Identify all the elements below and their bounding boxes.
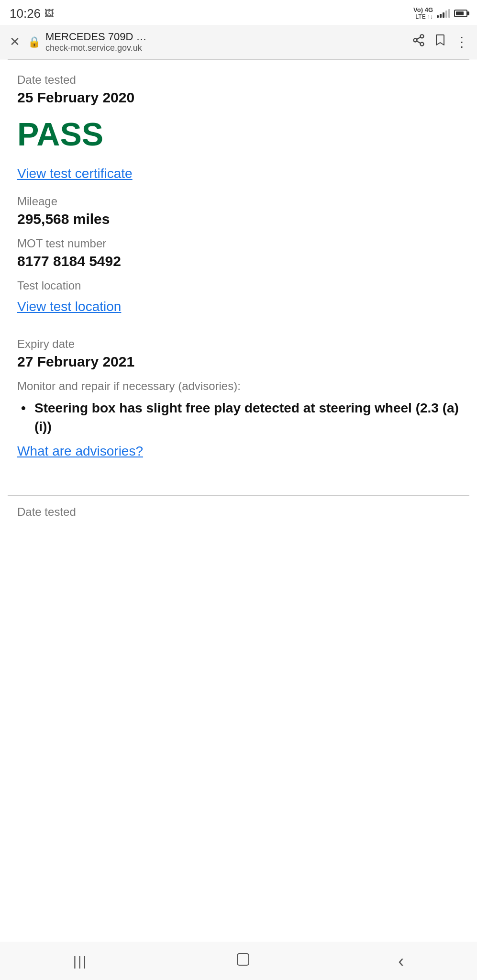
signal-bar-1 [437, 15, 439, 18]
carrier-text: Vo) 4G [413, 7, 433, 13]
date-tested-group: Date tested 25 February 2020 [17, 73, 460, 106]
advisories-group: Monitor and repair if necessary (advisor… [17, 379, 460, 472]
test-location-label: Test location [17, 279, 460, 292]
svg-line-3 [417, 41, 421, 44]
battery-icon [454, 10, 467, 17]
signal-bar-5 [448, 9, 450, 18]
home-button[interactable] [224, 946, 262, 977]
main-content: Date tested 25 February 2020 PASS View t… [0, 60, 477, 495]
bottom-navigation: ||| ‹ [0, 942, 477, 980]
advisories-label: Monitor and repair if necessary (advisor… [17, 379, 460, 393]
mileage-label: Mileage [17, 195, 460, 208]
address-bar: 🔒 MERCEDES 709D … check-mot.service.gov.… [28, 31, 406, 53]
share-icon[interactable] [412, 33, 425, 50]
status-bar: 10:26 🖼 Vo) 4G LTE ↑↓ [0, 0, 477, 25]
result-badge: PASS [17, 115, 460, 153]
test-location-group: Test location View test location [17, 279, 460, 328]
mot-number-label: MOT test number [17, 237, 460, 250]
lock-icon: 🔒 [28, 36, 41, 48]
mileage-value: 295,568 miles [17, 211, 460, 227]
domain-text: check-mot.service.gov.uk [45, 43, 147, 53]
advisory-item-1: Steering box has slight free play detect… [17, 399, 460, 436]
mot-number-value: 8177 8184 5492 [17, 253, 460, 269]
view-certificate-link[interactable]: View test certificate [17, 166, 133, 181]
time-display: 10:26 [10, 6, 41, 21]
signal-bars [437, 9, 450, 18]
mileage-group: Mileage 295,568 miles [17, 195, 460, 227]
expiry-date-value: 27 February 2021 [17, 354, 460, 370]
back-button[interactable]: ‹ [388, 947, 413, 976]
image-placeholder-icon: 🖼 [44, 8, 54, 19]
date-tested-value: 25 February 2020 [17, 89, 460, 106]
next-date-tested-label: Date tested [0, 496, 477, 519]
bookmark-icon[interactable] [434, 33, 446, 50]
mot-number-group: MOT test number 8177 8184 5492 [17, 237, 460, 269]
lte-text: LTE ↑↓ [416, 14, 433, 20]
what-are-advisories-link[interactable]: What are advisories? [17, 444, 143, 459]
browser-chrome: ✕ 🔒 MERCEDES 709D … check-mot.service.go… [0, 25, 477, 59]
signal-bar-2 [440, 14, 442, 18]
page-title: MERCEDES 709D … [45, 31, 147, 43]
battery-fill [456, 11, 464, 15]
svg-line-4 [417, 37, 421, 40]
signal-bar-3 [443, 12, 444, 18]
signal-bar-4 [445, 11, 447, 18]
close-tab-button[interactable]: ✕ [8, 33, 22, 51]
view-test-location-link[interactable]: View test location [17, 299, 121, 314]
status-bar-right: Vo) 4G LTE ↑↓ [413, 7, 467, 20]
browser-actions: ⋮ [412, 33, 469, 50]
recent-apps-button[interactable]: ||| [64, 949, 98, 974]
svg-rect-5 [237, 954, 249, 965]
expiry-date-label: Expiry date [17, 337, 460, 351]
more-options-icon[interactable]: ⋮ [455, 34, 469, 50]
date-tested-label: Date tested [17, 73, 460, 87]
status-bar-left: 10:26 🖼 [10, 6, 54, 21]
expiry-date-group: Expiry date 27 February 2021 [17, 337, 460, 370]
address-info: MERCEDES 709D … check-mot.service.gov.uk [45, 31, 147, 53]
